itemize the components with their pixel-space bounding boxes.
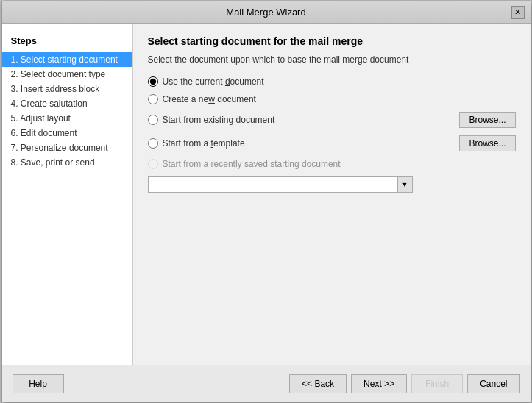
sidebar-item-step-4[interactable]: 4. Create salutation	[2, 96, 132, 111]
footer: Help << Back Next >> Finish Cancel	[2, 365, 531, 402]
radio-label-group-template: Start from a template	[148, 138, 245, 149]
option-row-new: Create a new document	[148, 94, 516, 104]
label-template[interactable]: Start from a template	[163, 138, 245, 149]
option-row-recent: Start from a recently saved starting doc…	[148, 159, 516, 169]
radio-template[interactable]	[148, 138, 158, 149]
label-current[interactable]: Use the current document	[163, 76, 264, 87]
label-new[interactable]: Create a new document	[163, 94, 256, 104]
dialog-title: Mail Merge Wizard	[21, 7, 511, 18]
sidebar-title: Steps	[2, 32, 132, 52]
option-row-current: Use the current document	[148, 76, 516, 87]
cancel-button[interactable]: Cancel	[467, 374, 519, 393]
sidebar-item-step-1[interactable]: 1. Select starting document	[2, 52, 132, 67]
section-title: Select starting document for the mail me…	[148, 35, 516, 47]
footer-left: Help	[13, 374, 64, 393]
sidebar-item-step-3[interactable]: 3. Insert address block	[2, 82, 132, 96]
section-desc: Select the document upon which to base t…	[148, 54, 516, 65]
label-recent: Start from a recently saved starting doc…	[163, 159, 341, 169]
title-bar: Mail Merge Wizard ✕	[2, 1, 531, 24]
back-button[interactable]: << Back	[289, 374, 347, 393]
dialog-body: Steps 1. Select starting document 2. Sel…	[2, 24, 531, 365]
sidebar-item-step-7[interactable]: 7. Personalize document	[2, 140, 132, 155]
radio-recent	[148, 159, 158, 169]
sidebar-item-step-8[interactable]: 8. Save, print or send	[2, 155, 132, 170]
dialog: Mail Merge Wizard ✕ Steps 1. Select star…	[1, 1, 531, 402]
main-content: Select starting document for the mail me…	[133, 24, 531, 365]
dropdown-input[interactable]	[149, 179, 397, 190]
sidebar: Steps 1. Select starting document 2. Sel…	[2, 24, 133, 365]
option-row-existing: Start from existing document Browse...	[148, 112, 516, 128]
label-existing[interactable]: Start from existing document	[163, 115, 275, 125]
next-button[interactable]: Next >>	[351, 374, 407, 393]
radio-label-group-existing: Start from existing document	[148, 115, 275, 125]
radio-current[interactable]	[148, 76, 158, 87]
help-button[interactable]: Help	[13, 374, 64, 393]
browse-button-existing[interactable]: Browse...	[459, 112, 515, 128]
sidebar-item-step-2[interactable]: 2. Select document type	[2, 67, 132, 82]
sidebar-item-step-5[interactable]: 5. Adjust layout	[2, 111, 132, 126]
dropdown-wrapper[interactable]: ▼	[148, 176, 413, 193]
radio-new[interactable]	[148, 94, 158, 104]
close-button[interactable]: ✕	[511, 6, 525, 19]
dropdown-arrow-icon: ▼	[397, 177, 412, 192]
option-row-template: Start from a template Browse...	[148, 135, 516, 151]
footer-right: << Back Next >> Finish Cancel	[289, 374, 519, 393]
finish-button: Finish	[411, 374, 463, 393]
browse-button-template[interactable]: Browse...	[459, 135, 515, 151]
radio-existing[interactable]	[148, 115, 158, 125]
dropdown-row: ▼	[148, 176, 516, 193]
sidebar-item-step-6[interactable]: 6. Edit document	[2, 126, 132, 140]
